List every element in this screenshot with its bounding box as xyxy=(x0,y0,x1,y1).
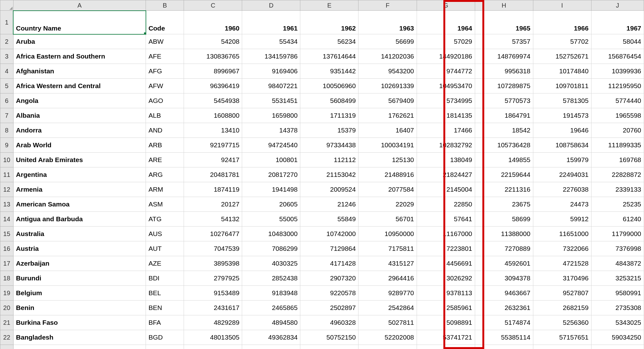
cell-G16[interactable]: 7223801 xyxy=(417,241,475,256)
col-header-H[interactable]: H xyxy=(475,0,533,11)
cell-A18[interactable]: Burundi xyxy=(13,271,146,286)
cell-G21[interactable]: 5098891 xyxy=(417,315,475,330)
row-header-14[interactable]: 14 xyxy=(0,212,14,227)
cell-B23[interactable]: BGR xyxy=(146,345,184,349)
cell-F4[interactable]: 9543200 xyxy=(358,64,417,79)
cell-B12[interactable]: ARM xyxy=(146,182,184,197)
cell-E14[interactable]: 55849 xyxy=(300,212,358,227)
cell-I19[interactable]: 9527807 xyxy=(533,286,591,301)
cell-A5[interactable]: Africa Western and Central xyxy=(13,79,146,93)
cell-A14[interactable]: Antigua and Barbuda xyxy=(13,212,146,227)
row-header-23[interactable]: 23 xyxy=(0,345,14,349)
cell-C1[interactable]: 1960 xyxy=(184,11,242,34)
row-header-7[interactable]: 7 xyxy=(0,108,14,123)
cell-E5[interactable]: 100506960 xyxy=(300,79,358,93)
col-header-J[interactable]: J xyxy=(591,0,644,11)
cell-B4[interactable]: AFG xyxy=(146,64,184,79)
cell-I14[interactable]: 59912 xyxy=(533,212,591,227)
col-header-E[interactable]: E xyxy=(300,0,358,11)
cell-F5[interactable]: 102691339 xyxy=(358,79,417,93)
cell-I2[interactable]: 57702 xyxy=(533,34,591,49)
cell-J1[interactable]: 1967 xyxy=(591,11,644,34)
cell-G5[interactable]: 104953470 xyxy=(417,79,475,93)
row-header-4[interactable]: 4 xyxy=(0,64,14,79)
cell-H6[interactable]: 5770573 xyxy=(475,93,533,108)
cell-B8[interactable]: AND xyxy=(146,123,184,138)
cell-G18[interactable]: 3026292 xyxy=(417,271,475,286)
cell-A19[interactable]: Belgium xyxy=(13,286,146,301)
cell-G15[interactable]: 11167000 xyxy=(417,227,475,241)
cell-I13[interactable]: 24473 xyxy=(533,197,591,212)
cell-A11[interactable]: Argentina xyxy=(13,167,146,182)
cell-J22[interactable]: 59034250 xyxy=(591,330,644,345)
cell-I18[interactable]: 3170496 xyxy=(533,271,591,286)
row-header-18[interactable]: 18 xyxy=(0,271,14,286)
col-header-C[interactable]: C xyxy=(184,0,242,11)
cell-B2[interactable]: ABW xyxy=(146,34,184,49)
cell-C21[interactable]: 4829289 xyxy=(184,315,242,330)
col-header-F[interactable]: F xyxy=(358,0,417,11)
cell-D17[interactable]: 4030325 xyxy=(242,256,300,271)
row-header-20[interactable]: 20 xyxy=(0,301,14,315)
cell-H1[interactable]: 1965 xyxy=(475,11,533,34)
cell-G10[interactable]: 138049 xyxy=(417,153,475,167)
cell-A12[interactable]: Armenia xyxy=(13,182,146,197)
cell-I7[interactable]: 1914573 xyxy=(533,108,591,123)
cell-H12[interactable]: 2211316 xyxy=(475,182,533,197)
cell-G20[interactable]: 2585961 xyxy=(417,301,475,315)
cell-I17[interactable]: 4721528 xyxy=(533,256,591,271)
cell-I20[interactable]: 2682159 xyxy=(533,301,591,315)
cell-C10[interactable]: 92417 xyxy=(184,153,242,167)
cell-J3[interactable]: 156876454 xyxy=(591,49,644,64)
cell-I4[interactable]: 10174840 xyxy=(533,64,591,79)
row-header-21[interactable]: 21 xyxy=(0,315,14,330)
cell-D7[interactable]: 1659800 xyxy=(242,108,300,123)
cell-G11[interactable]: 21824427 xyxy=(417,167,475,182)
cell-F8[interactable]: 16407 xyxy=(358,123,417,138)
cell-F20[interactable]: 2542864 xyxy=(358,301,417,315)
cell-J7[interactable]: 1965598 xyxy=(591,108,644,123)
cell-C19[interactable]: 9153489 xyxy=(184,286,242,301)
cell-J17[interactable]: 4843872 xyxy=(591,256,644,271)
cell-G4[interactable]: 9744772 xyxy=(417,64,475,79)
cell-J19[interactable]: 9580991 xyxy=(591,286,644,301)
cell-J12[interactable]: 2339133 xyxy=(591,182,644,197)
cell-C18[interactable]: 2797925 xyxy=(184,271,242,286)
cell-I9[interactable]: 108758634 xyxy=(533,138,591,153)
cell-F17[interactable]: 4315127 xyxy=(358,256,417,271)
cell-D1[interactable]: 1961 xyxy=(242,11,300,34)
cell-D15[interactable]: 10483000 xyxy=(242,227,300,241)
cell-I23[interactable]: 8258057 xyxy=(533,345,591,349)
cell-F18[interactable]: 2964416 xyxy=(358,271,417,286)
col-header-B[interactable]: B xyxy=(146,0,184,11)
cell-C17[interactable]: 3895398 xyxy=(184,256,242,271)
cell-F23[interactable]: 8078145 xyxy=(358,345,417,349)
cell-D12[interactable]: 1941498 xyxy=(242,182,300,197)
cell-J14[interactable]: 61240 xyxy=(591,212,644,227)
cell-J10[interactable]: 169768 xyxy=(591,153,644,167)
cell-E21[interactable]: 4960328 xyxy=(300,315,358,330)
cell-B5[interactable]: AFW xyxy=(146,79,184,93)
cell-E7[interactable]: 1711319 xyxy=(300,108,358,123)
cell-E15[interactable]: 10742000 xyxy=(300,227,358,241)
select-all-corner[interactable] xyxy=(0,0,14,11)
cell-G8[interactable]: 17466 xyxy=(417,123,475,138)
cell-E16[interactable]: 7129864 xyxy=(300,241,358,256)
cell-F16[interactable]: 7175811 xyxy=(358,241,417,256)
cell-D16[interactable]: 7086299 xyxy=(242,241,300,256)
cell-A16[interactable]: Austria xyxy=(13,241,146,256)
cell-A2[interactable]: Aruba xyxy=(13,34,146,49)
cell-D2[interactable]: 55434 xyxy=(242,34,300,49)
cell-E22[interactable]: 50752150 xyxy=(300,330,358,345)
row-header-16[interactable]: 16 xyxy=(0,241,14,256)
cell-D21[interactable]: 4894580 xyxy=(242,315,300,330)
cell-A1[interactable]: Country Name xyxy=(13,11,146,34)
cell-H5[interactable]: 107289875 xyxy=(475,79,533,93)
cell-J20[interactable]: 2735308 xyxy=(591,301,644,315)
row-header-12[interactable]: 12 xyxy=(0,182,14,197)
cell-C12[interactable]: 1874119 xyxy=(184,182,242,197)
cell-E3[interactable]: 137614644 xyxy=(300,49,358,64)
cell-F6[interactable]: 5679409 xyxy=(358,93,417,108)
cell-D23[interactable]: 7943118 xyxy=(242,345,300,349)
row-header-13[interactable]: 13 xyxy=(0,197,14,212)
